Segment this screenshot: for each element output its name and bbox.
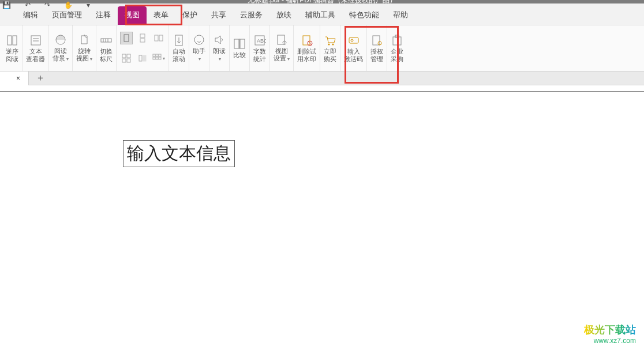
tab-edit[interactable]: 编辑 [16,6,45,25]
svg-rect-11 [140,34,145,37]
activation-code-icon [347,34,360,47]
tab-form[interactable]: 表单 [147,6,175,25]
svg-rect-13 [155,35,158,41]
tab-protect[interactable]: 保护 [175,6,204,25]
remove-watermark-icon [301,34,313,47]
svg-rect-43 [373,36,380,45]
svg-rect-14 [159,35,163,41]
svg-rect-10 [124,35,129,42]
chevron-down-icon: ▾ [287,56,290,62]
page-layout-group: ▾ [117,25,169,71]
svg-rect-45 [393,37,401,45]
btn-compare[interactable]: 比较 [230,25,250,71]
tab-annotate[interactable]: 注释 [89,6,118,25]
tab-share[interactable]: 共享 [204,6,233,25]
tab-aux-tools[interactable]: 辅助工具 [298,6,342,25]
svg-rect-23 [159,54,161,56]
svg-rect-26 [159,57,161,59]
btn-toggle-ruler[interactable]: 切换标尺 [96,25,117,71]
svg-rect-29 [234,39,239,48]
ruler-icon [100,34,113,47]
svg-rect-21 [153,54,155,56]
btn-read-aloud[interactable]: 朗读▾ [209,25,230,71]
rotate-view-icon [78,33,91,46]
layout-facing-continuous-icon[interactable] [120,52,133,65]
compare-icon [233,37,246,50]
btn-buy-now[interactable]: 立即购买 [320,25,340,71]
chevron-down-icon: ▾ [66,56,69,62]
text-input-frame[interactable]: 输入文本信息 [123,140,235,167]
btn-rotate-view[interactable]: 旋转视图▾ [73,25,96,71]
layout-continuous-icon[interactable] [136,32,149,44]
chevron-down-icon: ▾ [163,56,165,61]
save-icon[interactable]: 💾 [2,1,11,9]
svg-rect-25 [156,57,158,59]
text-viewer-icon [29,34,42,47]
btn-assistant[interactable]: 助手▾ [189,25,209,71]
layout-facing-icon[interactable] [152,32,165,44]
close-tab-icon[interactable]: × [16,74,20,82]
svg-rect-36 [303,36,310,45]
license-icon [370,34,383,47]
svg-point-42 [351,39,353,42]
svg-rect-19 [139,55,142,61]
btn-reading-background[interactable]: 阅读背景▾ [49,25,73,71]
btn-view-settings[interactable]: 视图设置▾ [270,25,294,71]
document-tab-strip: × ＋ [0,71,644,85]
chevron-down-icon: ▾ [199,56,201,62]
svg-text:ABC: ABC [257,38,266,44]
svg-rect-22 [156,54,158,56]
reverse-reading-icon [6,34,18,47]
read-aloud-icon [213,33,226,46]
ribbon-tabs: 💾 ↶ ↷ ✋ ▾ 编辑 页面管理 注释 视图 表单 保护 共享 云服务 放映 … [0,3,644,25]
svg-rect-2 [31,36,40,45]
tab-cloud[interactable]: 云服务 [233,6,269,25]
assistant-icon [193,33,205,46]
document-view[interactable]: 输入文本信息 极光下载站 www.xz7.com [0,85,644,349]
view-settings-icon [275,33,288,46]
svg-rect-34 [278,35,284,44]
reading-background-icon [54,33,67,46]
btn-enterprise-purchase[interactable]: 企业采购 [387,25,407,71]
tab-help[interactable]: 帮助 [386,6,415,25]
svg-rect-41 [349,37,358,43]
layout-cover-facing-icon[interactable] [136,52,149,65]
btn-remove-trial-watermark[interactable]: 删除试用水印 [294,25,320,71]
auto-scroll-icon [173,34,185,47]
svg-rect-6 [101,39,111,42]
svg-rect-24 [153,57,155,59]
tab-play[interactable]: 放映 [269,6,298,25]
svg-point-39 [328,43,330,45]
btn-auto-scroll[interactable]: 自动滚动 [169,25,189,71]
btn-license-management[interactable]: 授权管理 [367,25,387,71]
svg-point-28 [194,35,204,44]
svg-rect-16 [127,54,130,58]
svg-point-40 [332,43,334,45]
layout-single-page-icon[interactable] [120,32,133,44]
svg-rect-12 [140,39,145,42]
chevron-down-icon: ▾ [90,56,92,62]
chevron-down-icon: ▾ [219,56,221,62]
tab-special-features[interactable]: 特色功能 [342,6,386,25]
btn-text-viewer[interactable]: 文本查看器 [23,25,49,71]
document-tab[interactable]: × [0,71,29,85]
svg-rect-0 [8,36,12,45]
svg-rect-17 [122,59,126,62]
page-edge [0,91,644,345]
svg-rect-18 [127,59,130,62]
svg-rect-30 [240,39,245,48]
btn-word-count[interactable]: ABC 字数统计 [250,25,270,71]
layout-tiles-icon[interactable]: ▾ [152,52,165,65]
svg-rect-20 [143,55,146,61]
svg-rect-1 [13,36,17,45]
add-tab-button[interactable]: ＋ [29,72,52,84]
enterprise-icon [391,34,403,47]
tab-view[interactable]: 视图 [118,6,147,25]
cart-icon [324,34,336,47]
btn-reverse-reading[interactable]: 逆序阅读 [2,25,23,71]
tab-page-management[interactable]: 页面管理 [45,6,89,25]
ribbon-view: 逆序阅读 文本查看器 阅读背景▾ 旋转视图▾ 切换标尺 [0,25,644,71]
btn-enter-activation-code[interactable]: 输入激活码 [340,25,367,71]
svg-rect-15 [122,54,126,58]
word-count-icon: ABC [253,34,266,47]
